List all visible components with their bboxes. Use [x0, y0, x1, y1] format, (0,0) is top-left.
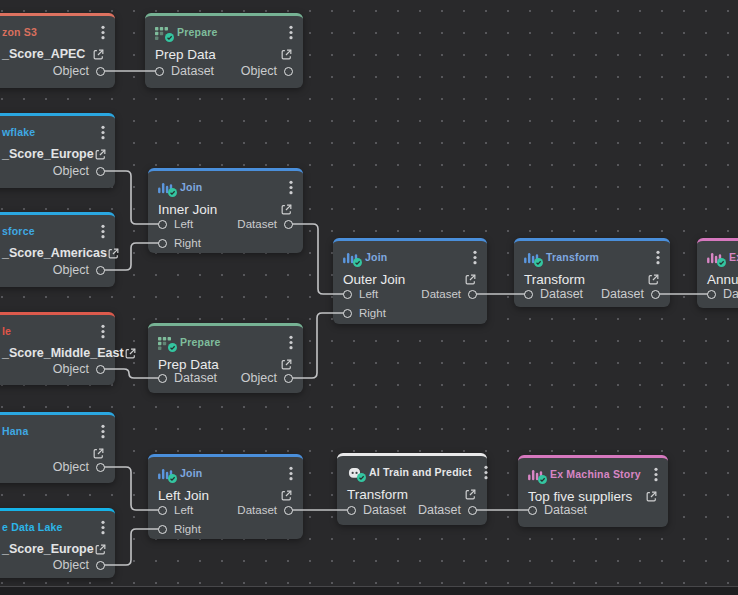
- node-title: Left Join: [158, 488, 209, 503]
- port-circle[interactable]: [284, 220, 293, 229]
- port-in-dataset[interactable]: Dataset: [524, 288, 583, 300]
- open-in-new-icon[interactable]: [280, 489, 293, 502]
- kebab-menu-icon[interactable]: [289, 335, 293, 350]
- node-ai-transform[interactable]: AI Train and Predict Transform Dataset D…: [337, 453, 487, 525]
- port-out-dataset[interactable]: Dataset: [421, 288, 477, 300]
- port-out-object[interactable]: Object: [53, 65, 105, 77]
- port-in-left[interactable]: Left: [158, 218, 193, 230]
- kebab-menu-icon[interactable]: [101, 520, 105, 535]
- port-circle[interactable]: [158, 220, 167, 229]
- kebab-menu-icon[interactable]: [473, 250, 477, 265]
- port-out-dataset[interactable]: Dataset: [601, 288, 660, 300]
- port-in-dataset[interactable]: Dataset: [528, 504, 587, 516]
- node-transform-1[interactable]: Transform Transform Dataset Dataset: [514, 238, 670, 307]
- port-circle[interactable]: [343, 290, 352, 299]
- kebab-menu-icon[interactable]: [101, 324, 105, 339]
- node-outer-join[interactable]: Join Outer Join Left Right Dataset: [333, 238, 487, 324]
- port-in-dataset[interactable]: Dataset: [347, 504, 406, 516]
- port-circle[interactable]: [155, 67, 164, 76]
- port-in-right[interactable]: Right: [343, 307, 386, 319]
- port-circle[interactable]: [284, 506, 293, 515]
- kebab-menu-icon[interactable]: [101, 25, 105, 40]
- pipeline-canvas[interactable]: zon S3 _Score_APEC Object Prepare Prep D…: [0, 0, 738, 595]
- port-in-dataset[interactable]: Dataset: [155, 65, 214, 77]
- port-circle[interactable]: [524, 290, 533, 299]
- node-title: Annua: [707, 272, 738, 287]
- port-circle[interactable]: [343, 309, 352, 318]
- port-circle[interactable]: [96, 365, 105, 374]
- port-circle[interactable]: [347, 506, 356, 515]
- port-in-right[interactable]: Right: [158, 523, 201, 535]
- open-in-new-icon[interactable]: [464, 273, 477, 286]
- port-circle[interactable]: [96, 266, 105, 275]
- port-in-left[interactable]: Left: [158, 504, 193, 516]
- port-out-object[interactable]: Object: [241, 65, 293, 77]
- port-circle[interactable]: [468, 290, 477, 299]
- port-in-left[interactable]: Left: [343, 288, 378, 300]
- port-out-object[interactable]: Object: [53, 165, 105, 177]
- port-circle[interactable]: [158, 525, 167, 534]
- kebab-menu-icon[interactable]: [101, 424, 105, 439]
- open-in-new-icon[interactable]: [124, 347, 137, 360]
- node-prep-data-1[interactable]: Prepare Prep Data Dataset Object: [145, 13, 303, 88]
- kebab-menu-icon[interactable]: [484, 465, 488, 480]
- port-circle[interactable]: [96, 167, 105, 176]
- kebab-menu-icon[interactable]: [654, 467, 658, 482]
- status-check-icon: [165, 33, 174, 42]
- kebab-menu-icon[interactable]: [101, 224, 105, 239]
- node-ex-machina-story[interactable]: Ex Machina Story Top five suppliers Data…: [518, 455, 668, 527]
- port-circle[interactable]: [284, 67, 293, 76]
- port-circle[interactable]: [284, 374, 293, 383]
- open-in-new-icon[interactable]: [94, 148, 107, 161]
- port-out-object[interactable]: Object: [53, 264, 105, 276]
- port-in-dataset[interactable]: Dat: [707, 288, 738, 300]
- port-out-dataset[interactable]: Dataset: [237, 218, 293, 230]
- port-circle[interactable]: [707, 290, 716, 299]
- port-circle[interactable]: [96, 463, 105, 472]
- node-sap-hana[interactable]: Hana Object: [0, 412, 115, 483]
- port-out-object[interactable]: Object: [53, 461, 105, 473]
- open-in-new-icon[interactable]: [280, 358, 293, 371]
- status-check-icon: [717, 258, 726, 267]
- node-inner-join[interactable]: Join Inner Join Left Right Dataset: [148, 168, 303, 253]
- node-salesforce[interactable]: sforce _Score_Americas Object: [0, 212, 115, 287]
- node-oracle[interactable]: le _Score_Middle_East Object: [0, 312, 115, 385]
- port-out-dataset[interactable]: Dataset: [237, 504, 293, 516]
- port-circle[interactable]: [96, 561, 105, 570]
- port-out-dataset[interactable]: Dataset: [418, 504, 477, 516]
- node-prep-data-2[interactable]: Prepare Prep Data Dataset Object: [148, 323, 303, 393]
- node-snowflake[interactable]: wflake _Score_Europe Object: [0, 113, 115, 188]
- node-ex-machina-annual[interactable]: Ex M Annua Dat: [697, 238, 738, 308]
- kebab-menu-icon[interactable]: [101, 125, 105, 140]
- port-circle[interactable]: [96, 67, 105, 76]
- kebab-menu-icon[interactable]: [289, 466, 293, 481]
- open-in-new-icon[interactable]: [280, 48, 293, 61]
- port-circle[interactable]: [528, 506, 537, 515]
- port-in-right[interactable]: Right: [158, 237, 201, 249]
- port-out-object[interactable]: Object: [241, 372, 293, 384]
- open-in-new-icon[interactable]: [94, 543, 107, 556]
- open-in-new-icon[interactable]: [107, 247, 120, 260]
- open-in-new-icon[interactable]: [647, 273, 660, 286]
- kebab-menu-icon[interactable]: [289, 25, 293, 40]
- port-circle[interactable]: [468, 506, 477, 515]
- port-circle[interactable]: [158, 239, 167, 248]
- open-in-new-icon[interactable]: [280, 203, 293, 216]
- node-title: _Score_Europe: [2, 542, 94, 556]
- node-amazon-s3[interactable]: zon S3 _Score_APEC Object: [0, 13, 115, 88]
- port-out-object[interactable]: Object: [53, 559, 105, 571]
- kebab-menu-icon[interactable]: [289, 180, 293, 195]
- kebab-menu-icon[interactable]: [656, 250, 660, 265]
- node-title: Inner Join: [158, 202, 217, 217]
- node-left-join[interactable]: Join Left Join Left Right Dataset: [148, 454, 303, 539]
- open-in-new-icon[interactable]: [645, 490, 658, 503]
- port-circle[interactable]: [158, 374, 167, 383]
- open-in-new-icon[interactable]: [464, 488, 477, 501]
- open-in-new-icon[interactable]: [92, 447, 105, 460]
- node-azure-data-lake[interactable]: e Data Lake _Score_Europe Object: [0, 508, 115, 578]
- port-in-dataset[interactable]: Dataset: [158, 372, 217, 384]
- open-in-new-icon[interactable]: [92, 48, 105, 61]
- port-out-object[interactable]: Object: [53, 363, 105, 375]
- port-circle[interactable]: [158, 506, 167, 515]
- port-circle[interactable]: [651, 290, 660, 299]
